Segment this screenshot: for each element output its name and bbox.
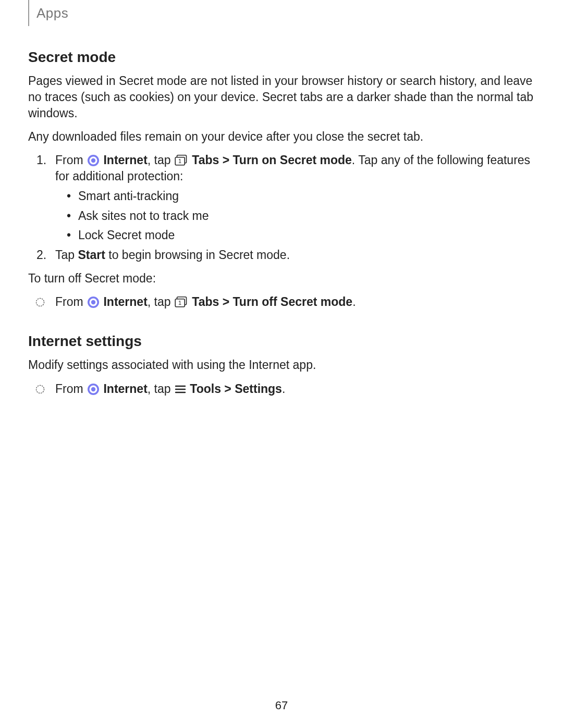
turn-off-steps: From Internet, tap 1 Tabs > Turn off Sec… [28, 294, 535, 310]
step-1-tabs-label: Tabs > Turn on Secret mode [192, 153, 352, 167]
internet-settings-intro: Modify settings associated with using th… [28, 357, 535, 373]
page-header: Apps [28, 0, 535, 26]
feature-smart-anti-tracking: Smart anti-tracking [78, 188, 535, 205]
settings-tools-label: Tools > Settings [190, 382, 282, 396]
tabs-icon: 1 [175, 154, 188, 166]
step-2: 2. Tap Start to begin browsing in Secret… [55, 247, 535, 263]
menu-icon [175, 382, 186, 393]
header-divider [28, 0, 29, 26]
internet-icon [87, 296, 100, 309]
secret-mode-intro: Pages viewed in Secret mode are not list… [28, 73, 535, 121]
step-number: 2. [36, 247, 46, 263]
svg-point-14 [91, 387, 95, 391]
settings-text-3: , tap [148, 382, 174, 396]
secret-mode-steps: 1. From Internet, tap 1 Tabs > Turn on S… [28, 152, 535, 263]
svg-point-5 [36, 299, 44, 306]
turn-off-tabs-label: Tabs > Turn off Secret mode [192, 295, 352, 309]
document-page: Apps Secret mode Pages viewed in Secret … [0, 0, 563, 728]
tabs-icon-number: 1 [178, 300, 181, 306]
svg-point-11 [36, 385, 44, 393]
step-1: 1. From Internet, tap 1 Tabs > Turn on S… [55, 152, 535, 244]
turn-off-text-1: From [55, 295, 87, 309]
svg-point-2 [91, 158, 95, 163]
internet-icon [87, 383, 100, 396]
settings-text-5: . [282, 382, 285, 396]
turn-off-intro: To turn off Secret mode: [28, 270, 535, 287]
step-1-text-1: From [55, 153, 87, 167]
step-1-text-3: , tap [148, 153, 174, 167]
secret-mode-note: Any downloaded files remain on your devi… [28, 129, 535, 145]
feature-lock-secret-mode: Lock Secret mode [78, 227, 535, 244]
internet-settings-steps: From Internet, tap Tools > Settings. [28, 381, 535, 397]
heading-internet-settings: Internet settings [28, 333, 535, 350]
heading-secret-mode: Secret mode [28, 49, 535, 66]
turn-off-text-3: , tap [148, 295, 174, 309]
settings-internet-label: Internet [103, 382, 147, 396]
feature-ask-sites-not-track: Ask sites not to track me [78, 207, 535, 225]
tabs-icon: 1 [175, 296, 188, 307]
turn-off-internet-label: Internet [103, 295, 147, 309]
internet-settings-step: From Internet, tap Tools > Settings. [55, 381, 535, 397]
step-2-start-label: Start [78, 248, 105, 262]
secret-mode-feature-list: Smart anti-tracking Ask sites not to tra… [55, 188, 535, 244]
dotted-circle-icon [35, 295, 45, 304]
turn-off-text-5: . [352, 295, 356, 309]
step-number: 1. [36, 152, 46, 168]
page-number: 67 [0, 699, 563, 712]
step-2-text-1: Tap [55, 248, 78, 262]
svg-point-8 [91, 300, 95, 304]
section-label: Apps [36, 5, 68, 21]
turn-off-step: From Internet, tap 1 Tabs > Turn off Sec… [55, 294, 535, 310]
step-2-text-3: to begin browsing in Secret mode. [105, 248, 290, 262]
settings-text-1: From [55, 382, 87, 396]
step-1-internet-label: Internet [103, 153, 147, 167]
dotted-circle-icon [35, 382, 45, 391]
internet-icon [87, 154, 100, 167]
tabs-icon-number: 1 [178, 158, 181, 164]
